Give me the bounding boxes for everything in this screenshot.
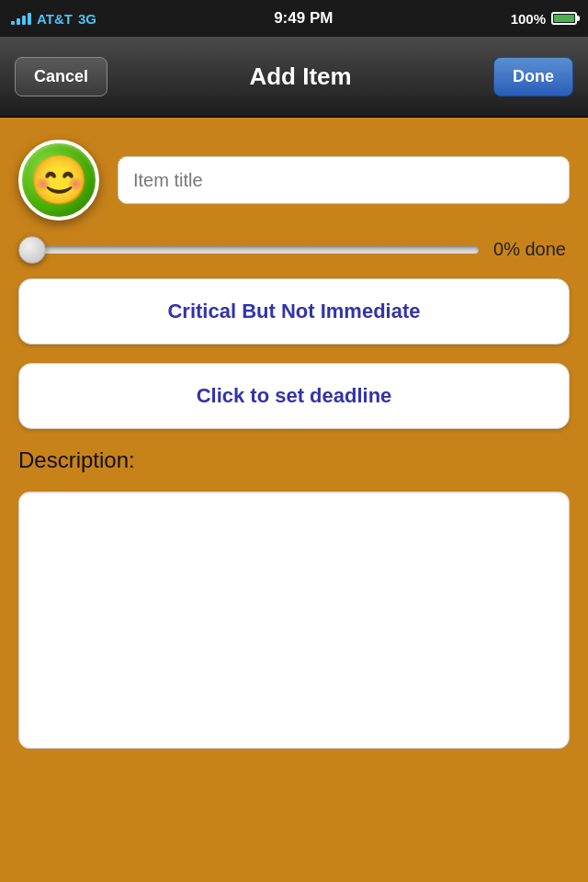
status-right: 100%: [511, 11, 577, 27]
nav-bar: Cancel Add Item Done: [0, 37, 588, 118]
battery-icon: [551, 12, 577, 25]
status-bar: AT&T 3G 9:49 PM 100%: [0, 0, 588, 37]
signal-bars: [11, 13, 31, 25]
main-content: 😊 0% done Critical But Not Immediate Cli…: [0, 118, 588, 771]
carrier-label: AT&T: [37, 11, 73, 27]
icon-title-row: 😊: [18, 140, 570, 220]
done-button[interactable]: Done: [493, 57, 573, 96]
signal-bar-4: [28, 13, 31, 25]
progress-slider-thumb[interactable]: [18, 236, 46, 264]
progress-label: 0% done: [493, 239, 566, 260]
battery-percent: 100%: [511, 11, 546, 27]
signal-bar-1: [11, 21, 15, 25]
smiley-face: 😊: [29, 156, 89, 204]
description-label: Description:: [18, 447, 570, 473]
cancel-button[interactable]: Cancel: [15, 57, 107, 96]
progress-row: 0% done: [18, 239, 570, 260]
network-label: 3G: [78, 11, 96, 27]
priority-button[interactable]: Critical But Not Immediate: [18, 278, 570, 345]
page-title: Add Item: [107, 62, 493, 91]
status-left: AT&T 3G: [11, 11, 96, 27]
priority-button-label: Critical But Not Immediate: [167, 300, 420, 322]
smiley-icon-button[interactable]: 😊: [18, 140, 99, 220]
signal-bar-3: [22, 16, 26, 25]
battery-fill: [554, 15, 574, 22]
clock: 9:49 PM: [274, 9, 333, 28]
item-title-input[interactable]: [118, 156, 570, 204]
signal-bar-2: [17, 18, 20, 25]
description-textarea[interactable]: [18, 492, 570, 749]
deadline-button-label: Click to set deadline: [197, 384, 392, 407]
deadline-button[interactable]: Click to set deadline: [18, 363, 570, 429]
progress-slider-track[interactable]: [22, 246, 479, 254]
